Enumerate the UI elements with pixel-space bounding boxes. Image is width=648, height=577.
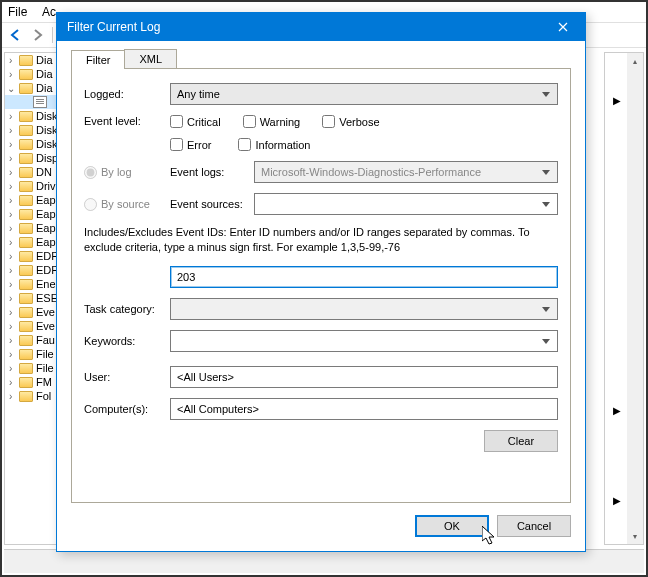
tree-item-label: Eap — [36, 208, 56, 220]
arrow-icon: ▶ — [613, 95, 621, 106]
tree-item-label: Disp — [36, 152, 58, 164]
menu-action[interactable]: Ac — [42, 5, 56, 19]
scroll-down-icon[interactable]: ▾ — [627, 528, 643, 544]
tree-item-label: Disk — [36, 110, 57, 122]
folder-icon — [19, 321, 33, 332]
label-task-category: Task category: — [84, 303, 170, 315]
tree-item-label: Eve — [36, 320, 55, 332]
event-logs-dropdown: Microsoft-Windows-Diagnostics-Performanc… — [254, 161, 558, 183]
folder-icon — [19, 111, 33, 122]
folder-icon — [19, 349, 33, 360]
folder-icon — [19, 279, 33, 290]
clear-button[interactable]: Clear — [484, 430, 558, 452]
event-ids-input[interactable] — [170, 266, 558, 288]
folder-icon — [19, 69, 33, 80]
folder-icon — [19, 125, 33, 136]
tree-item-label: Dia — [36, 54, 53, 66]
tree-item-label: Eap — [36, 222, 56, 234]
tree-item-label: Ene — [36, 278, 56, 290]
folder-icon — [19, 83, 33, 94]
tree-item-label: Eve — [36, 306, 55, 318]
tree-item-label: File — [36, 348, 54, 360]
tree-item-label: ESE — [36, 292, 58, 304]
menu-file[interactable]: File — [8, 5, 27, 19]
dialog-body: Filter XML Logged: Any time Event level:… — [57, 41, 585, 551]
help-text: Includes/Excludes Event IDs: Enter ID nu… — [84, 225, 558, 256]
dialog-title: Filter Current Log — [67, 20, 160, 34]
tab-content: Logged: Any time Event level: Critical W… — [71, 69, 571, 503]
label-user: User: — [84, 371, 170, 383]
tree-item-label: Fau — [36, 334, 55, 346]
tree-item-label: Eap — [36, 194, 56, 206]
tree-item-label: Disk — [36, 138, 57, 150]
label-event-level: Event level: — [84, 115, 170, 127]
tab-xml[interactable]: XML — [124, 49, 177, 68]
folder-icon — [19, 181, 33, 192]
folder-icon — [19, 237, 33, 248]
filter-dialog: Filter Current Log Filter XML Logged: An… — [56, 12, 586, 552]
tree-item-label: Driv — [36, 180, 56, 192]
computers-input[interactable] — [170, 398, 558, 420]
tree-item-label: FM — [36, 376, 52, 388]
folder-icon — [19, 265, 33, 276]
event-sources-dropdown[interactable] — [254, 193, 558, 215]
tabs: Filter XML — [71, 49, 571, 69]
checkbox-verbose[interactable]: Verbose — [322, 115, 379, 128]
folder-icon — [19, 167, 33, 178]
radio-by-log: By log — [84, 166, 170, 179]
radio-by-source: By source — [84, 198, 170, 211]
folder-icon — [19, 251, 33, 262]
right-panel: ▴ ▾ ▶ ▶ ▶ — [604, 52, 644, 545]
back-icon[interactable] — [8, 27, 24, 43]
folder-icon — [19, 307, 33, 318]
checkbox-warning[interactable]: Warning — [243, 115, 301, 128]
folder-icon — [19, 293, 33, 304]
tree-item-label: Dia — [36, 68, 53, 80]
cancel-button[interactable]: Cancel — [497, 515, 571, 537]
tab-filter[interactable]: Filter — [71, 50, 125, 69]
keywords-dropdown[interactable] — [170, 330, 558, 352]
ok-button[interactable]: OK — [415, 515, 489, 537]
scroll-track[interactable] — [627, 69, 643, 528]
folder-icon — [19, 139, 33, 150]
dialog-titlebar: Filter Current Log — [57, 13, 585, 41]
tree-item-label: Eap — [36, 236, 56, 248]
task-category-dropdown[interactable] — [170, 298, 558, 320]
folder-icon — [19, 335, 33, 346]
tree-item-label: Dia — [36, 82, 53, 94]
tree-item-label: Disk — [36, 124, 57, 136]
log-icon — [33, 96, 47, 108]
label-event-logs: Event logs: — [170, 166, 254, 178]
scroll-up-icon[interactable]: ▴ — [627, 53, 643, 69]
label-event-sources: Event sources: — [170, 198, 254, 210]
label-computers: Computer(s): — [84, 403, 170, 415]
tree-item-label: DN — [36, 166, 52, 178]
folder-icon — [19, 391, 33, 402]
arrow-icon: ▶ — [613, 495, 621, 506]
label-keywords: Keywords: — [84, 335, 170, 347]
folder-icon — [19, 223, 33, 234]
folder-icon — [19, 195, 33, 206]
close-icon — [558, 22, 568, 32]
user-input[interactable] — [170, 366, 558, 388]
folder-icon — [19, 153, 33, 164]
close-button[interactable] — [541, 13, 585, 41]
folder-icon — [19, 377, 33, 388]
tree-item-label: Fol — [36, 390, 51, 402]
folder-icon — [19, 209, 33, 220]
tree-item-label: File — [36, 362, 54, 374]
folder-icon — [19, 363, 33, 374]
forward-icon[interactable] — [30, 27, 46, 43]
checkbox-information[interactable]: Information — [238, 138, 310, 151]
arrow-icon: ▶ — [613, 405, 621, 416]
folder-icon — [19, 55, 33, 66]
checkbox-error[interactable]: Error — [170, 138, 211, 151]
label-logged: Logged: — [84, 88, 170, 100]
statusbar — [4, 549, 644, 573]
checkbox-critical[interactable]: Critical — [170, 115, 221, 128]
logged-dropdown[interactable]: Any time — [170, 83, 558, 105]
